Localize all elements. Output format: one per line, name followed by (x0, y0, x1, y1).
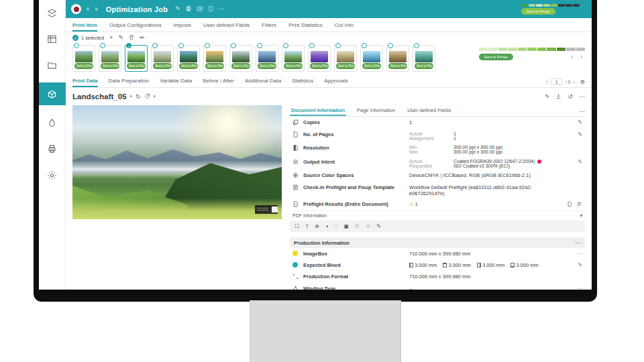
print-item-thumb-selected[interactable]: ✓Sent to Printer (125, 45, 148, 72)
tab-user-defined-fields[interactable]: User-defined Fields (203, 22, 250, 32)
chevron-down-icon[interactable]: ∨ (95, 7, 99, 12)
tab-data-preparation[interactable]: Data Preparation (109, 78, 149, 87)
thumb-checkbox[interactable] (205, 43, 210, 48)
production-more-icon[interactable]: ⋯ (575, 239, 581, 246)
filter-icon[interactable]: ⚙ (580, 79, 585, 85)
print-item-thumb[interactable]: Sent to Printer (203, 45, 226, 72)
edit-bleed-icon[interactable]: ✎ (578, 262, 582, 268)
thumb-checkbox[interactable] (152, 43, 158, 48)
transparency-icon[interactable]: ◑ (325, 224, 329, 229)
winding-more-icon[interactable]: ⋯ (577, 286, 583, 290)
job-status-badge[interactable]: Sent to Printer (521, 8, 555, 15)
print-item-thumb[interactable]: Sent to Printer (177, 45, 200, 72)
thumb-checkbox[interactable] (388, 43, 393, 48)
thumb-checkbox[interactable] (335, 43, 341, 48)
pdf-information-toggle[interactable]: PDF Information ▼ (290, 210, 585, 220)
replace-file-icon[interactable]: ↻ (136, 94, 141, 100)
tag-icon[interactable] (144, 93, 150, 101)
strip-prev-next-icons[interactable]: ‹ › (572, 54, 586, 60)
edit-pages-icon[interactable]: ✎ (578, 131, 582, 137)
print-item-thumb[interactable]: Sent to Printer (256, 45, 278, 72)
tab-print-statistics[interactable]: Print Statistics (288, 22, 323, 32)
more-icon[interactable]: ⋯ (219, 6, 225, 12)
thumb-checkbox[interactable] (100, 43, 105, 48)
dashboard-icon[interactable] (44, 4, 61, 21)
overprint-icon[interactable]: ◌ (335, 224, 338, 229)
print-item-thumb[interactable]: Sent to Printer (229, 45, 252, 72)
imagebox-more-icon[interactable]: ⋯ (577, 251, 583, 257)
page-input[interactable]: 1 (551, 78, 563, 85)
images-info-icon[interactable]: ▣ (343, 224, 349, 229)
signature-icon[interactable]: ✎ (376, 224, 381, 229)
folder-icon[interactable] (44, 56, 61, 74)
selection-chip[interactable]: ✓ 1 selected (72, 35, 104, 41)
more-actions-icon[interactable]: ⋯ (579, 94, 585, 100)
tab-print-data[interactable]: Print Data (72, 78, 98, 87)
tab-output-configurations[interactable]: Output Configurations (109, 22, 162, 32)
thumb-checkbox[interactable] (362, 43, 367, 48)
print-job-icon[interactable] (185, 5, 192, 13)
thumb-checkbox[interactable] (414, 43, 419, 48)
attachments-icon[interactable]: ⊕ (315, 224, 319, 229)
print-item-thumb[interactable]: Sent to Printer (413, 45, 435, 72)
edit-item-icon[interactable]: ✎ (118, 35, 123, 41)
thumb-checkbox-checked[interactable]: ✓ (126, 43, 131, 48)
print-item-thumb[interactable]: Sent to Printer (72, 45, 95, 72)
preview-image[interactable] (72, 105, 282, 219)
preflight-report-icon[interactable] (567, 201, 572, 208)
thumb-checkbox[interactable] (178, 43, 184, 48)
thumb-checkbox[interactable] (257, 43, 262, 48)
edit-job-icon[interactable]: ✎ (175, 6, 180, 12)
thumb-checkbox[interactable] (309, 43, 315, 48)
page-prev-icon[interactable]: ‹ (546, 79, 548, 85)
tab-impose[interactable]: Impose (174, 22, 191, 32)
edit-copies-icon[interactable]: ✎ (578, 119, 582, 125)
print-item-thumb[interactable]: Sent to Printer (99, 45, 121, 72)
delete-item-icon[interactable] (129, 34, 134, 42)
favorites-icon[interactable]: ☆ (366, 224, 370, 229)
tab-before-after[interactable]: Before / After (203, 78, 234, 87)
edit-icon[interactable]: ✎ (545, 94, 550, 100)
print-item-thumb[interactable]: Sent to Printer (334, 45, 357, 72)
tab-document-information[interactable]: Document Information (290, 105, 346, 116)
preflight-list-icon[interactable] (576, 201, 582, 208)
annotate-item-icon[interactable]: ✏ (140, 35, 145, 41)
spot-color-icon[interactable]: ⚐ (355, 224, 360, 229)
tab-page-information[interactable]: Page Information (356, 105, 396, 116)
history-icon[interactable]: ↺ (568, 94, 573, 100)
tab-additional-data[interactable]: Additional Data (245, 78, 281, 87)
print-item-thumb[interactable]: Sent to Printer (360, 45, 383, 72)
tab-user-defined-fields-panel[interactable]: User-defined Fields (406, 105, 452, 116)
add-item-icon[interactable]: + (109, 35, 113, 41)
trimbox-icon[interactable]: ☐ (294, 224, 299, 229)
brand-avatar[interactable] (71, 4, 81, 14)
tab-cut-info[interactable]: Cut Info (335, 22, 354, 32)
text-info-icon[interactable]: T (305, 224, 309, 229)
orders-icon[interactable] (44, 30, 61, 48)
tab-variable-data[interactable]: Variable Data (160, 78, 192, 87)
print-item-thumb[interactable]: Sent to Printer (308, 45, 331, 72)
tab-filters[interactable]: Filters (262, 22, 276, 32)
item-title-caret-icon[interactable]: ▾ (130, 94, 133, 99)
tab-approvals[interactable]: Approvals (324, 78, 348, 87)
page-next-icon[interactable]: › (573, 79, 575, 85)
thumb-checkbox[interactable] (74, 43, 79, 48)
tab-print-item[interactable]: Print Item (72, 22, 97, 32)
thumb-checkbox[interactable] (231, 43, 236, 48)
details-more-icon[interactable]: ⋯ (579, 108, 585, 116)
thumb-checkbox[interactable] (283, 43, 288, 48)
chevron-up-icon[interactable]: ∧ (86, 7, 90, 12)
item-more-caret-icon[interactable]: ▾ (154, 94, 156, 99)
print-item-thumb[interactable]: Sent to Printer (151, 45, 174, 72)
settings-icon[interactable] (44, 166, 61, 184)
production-jobs-icon[interactable] (39, 82, 66, 105)
print-item-thumb[interactable]: Sent to Printer (386, 45, 409, 72)
download-icon[interactable] (555, 93, 561, 101)
color-icon[interactable] (44, 114, 61, 131)
print-item-thumb[interactable]: Sent to Printer (282, 45, 305, 72)
sent-to-printer-button[interactable]: Sent to Printer (479, 54, 513, 60)
tab-statistics[interactable]: Statistics (292, 78, 313, 87)
info-icon[interactable]: ⓘ (208, 6, 214, 12)
send-job-icon[interactable] (197, 5, 203, 13)
printer-icon[interactable] (44, 140, 61, 158)
